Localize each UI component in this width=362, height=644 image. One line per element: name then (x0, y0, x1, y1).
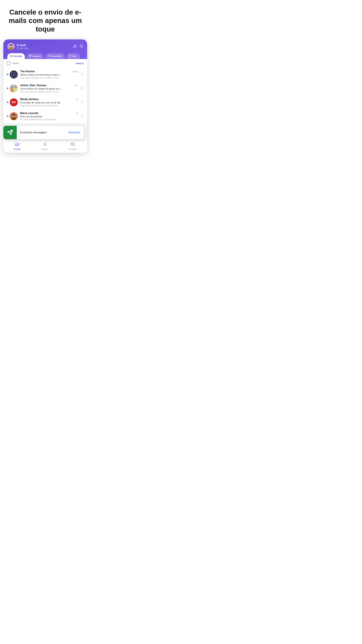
star-3[interactable] (80, 100, 84, 104)
header-icons (73, 44, 83, 49)
email-time-1: Agora (72, 70, 78, 73)
email-subject-3: Promoção de verão em voos só de ida (20, 101, 78, 104)
unread-dot-1 (7, 74, 8, 75)
email-preview-3: Viaje barato este mês com novos desti... (20, 104, 78, 107)
svg-point-9 (11, 85, 12, 87)
unread-dot-3 (7, 102, 8, 103)
header-title: E-mail (17, 44, 28, 47)
nav-entrada-label: Entrada (14, 148, 21, 150)
svg-point-11 (15, 85, 16, 87)
nav-item-entrada[interactable]: Entrada (14, 142, 21, 150)
app-card: E-mail 20 não lidos (3, 40, 87, 153)
svg-marker-8 (81, 72, 84, 75)
tab-anexos-label: Anexos (32, 55, 41, 58)
email-preview-1: Quer fazer compras sem contato? Salv... (20, 76, 78, 79)
email-subject-2: Como incluir um colega de quarto ao c... (20, 88, 78, 90)
tab-entrada-label: Entrada (13, 55, 22, 58)
header-title-group: E-mail 20 não lidos (17, 44, 28, 50)
nav-recibos-icon (42, 142, 46, 148)
list-header-left: HOJE (7, 62, 18, 65)
hero-title: Cancele o envio de e-mails com apenas um… (0, 0, 90, 40)
email-content-3: Windy Airlines 1h Promoção de verão em v… (20, 98, 78, 107)
avatar-group (10, 84, 18, 92)
alterar-button[interactable]: Alterar (76, 62, 84, 65)
nav-inscricoes-icon (71, 142, 75, 148)
sending-toast: Enviando mensagem Desfazer (3, 126, 84, 139)
nav-inscricoes-label: Inscrições (68, 148, 77, 150)
undo-button[interactable]: Desfazer (68, 131, 84, 134)
email-time-4: 1h (76, 112, 78, 114)
svg-marker-6 (48, 55, 50, 57)
nav-recibos-label: Recibos (41, 148, 48, 150)
star-1[interactable] (80, 72, 84, 77)
svg-marker-15 (81, 86, 84, 89)
star-2[interactable] (80, 86, 84, 90)
email-content-4: Maria Lacerda 1h Plano de lançamento Oi,… (20, 112, 78, 121)
email-sender-1: The Huston (20, 70, 35, 73)
email-sender-3: Windy Airlines (20, 98, 38, 101)
avatar-huston: H (10, 70, 18, 78)
svg-point-7 (69, 55, 71, 57)
email-subject-1: Última chance de economizar muito e... (20, 74, 78, 76)
tabs-row: Entrada Anexos Favoritos (7, 53, 83, 59)
email-meta-1: The Huston Agora (20, 70, 78, 73)
email-time-2: 5m (75, 84, 78, 87)
svg-point-10 (10, 87, 13, 88)
tab-entrada-icon (10, 55, 12, 58)
svg-point-12 (14, 87, 17, 88)
app-header: E-mail 20 não lidos (3, 40, 87, 59)
star-4[interactable] (80, 114, 84, 118)
edit-icon[interactable] (73, 44, 77, 49)
email-time-3: 1h (76, 98, 78, 100)
email-subject-4: Plano de lançamento (20, 115, 78, 118)
svg-marker-21 (81, 114, 84, 117)
svg-point-14 (10, 91, 13, 92)
tab-entrada[interactable]: Entrada (7, 53, 25, 59)
tab-favoritos-icon (48, 55, 50, 58)
toast-message: Enviando mensagem (17, 131, 68, 134)
email-meta-2: Júnior, Davi, Susana 5m (20, 84, 78, 87)
email-list: HOJE Alterar H The Huston Agora Última c… (3, 59, 87, 123)
tab-anexos-icon (29, 55, 31, 58)
nav-entrada-icon (15, 142, 19, 148)
avatar-maria (10, 112, 18, 120)
avatar-windy: WA (10, 98, 18, 106)
tab-favoritos-label: Favoritos (51, 55, 62, 58)
svg-point-19 (11, 117, 16, 120)
user-avatar[interactable] (7, 43, 15, 50)
tab-nao-lidos-icon (69, 55, 71, 58)
email-content-2: Júnior, Davi, Susana 5m Como incluir um … (20, 84, 78, 93)
header-top: E-mail 20 não lidos (7, 43, 83, 50)
toast-send-icon (3, 126, 17, 139)
email-meta-3: Windy Airlines 1h (20, 98, 78, 101)
email-row-2[interactable]: Júnior, Davi, Susana 5m Como incluir um … (3, 82, 87, 96)
bottom-nav: Entrada Recibos (3, 140, 87, 153)
select-all-checkbox[interactable] (7, 62, 10, 65)
email-preview-4: Oi, você poderia enviar o arquivo nov... (20, 118, 78, 121)
search-icon[interactable] (79, 44, 83, 49)
tab-nao-lidos[interactable]: Nã... (66, 53, 80, 59)
nav-item-recibos[interactable]: Recibos (41, 142, 48, 150)
svg-marker-16 (81, 100, 84, 103)
section-label: HOJE (12, 62, 18, 64)
tab-favoritos[interactable]: Favoritos (45, 53, 65, 59)
sending-area: Enviando mensagem Desfazer (3, 123, 87, 140)
email-row-3[interactable]: WA Windy Airlines 1h Promoção de verão e… (3, 96, 87, 109)
unread-dot-4 (7, 116, 8, 117)
email-sender-4: Maria Lacerda (20, 112, 38, 115)
svg-line-5 (82, 47, 83, 48)
unread-dot-2 (7, 88, 8, 89)
email-sender-2: Júnior, Davi, Susana (20, 84, 46, 87)
email-content-1: The Huston Agora Última chance de econom… (20, 70, 78, 79)
email-meta-4: Maria Lacerda 1h (20, 112, 78, 115)
svg-point-13 (11, 89, 12, 91)
email-preview-2: Olá, meu nome é Sandra Lopes e vi su... (20, 90, 78, 93)
email-row-4[interactable]: Maria Lacerda 1h Plano de lançamento Oi,… (3, 109, 87, 123)
header-left: E-mail 20 não lidos (7, 43, 28, 50)
header-subtitle: 20 não lidos (17, 47, 28, 50)
email-row-1[interactable]: H The Huston Agora Última chance de econ… (3, 68, 87, 82)
tab-anexos[interactable]: Anexos (26, 53, 44, 59)
nav-item-inscricoes[interactable]: Inscrições (68, 142, 77, 150)
list-header: HOJE Alterar (3, 59, 87, 68)
tab-nao-lidos-label: Nã... (72, 55, 77, 58)
